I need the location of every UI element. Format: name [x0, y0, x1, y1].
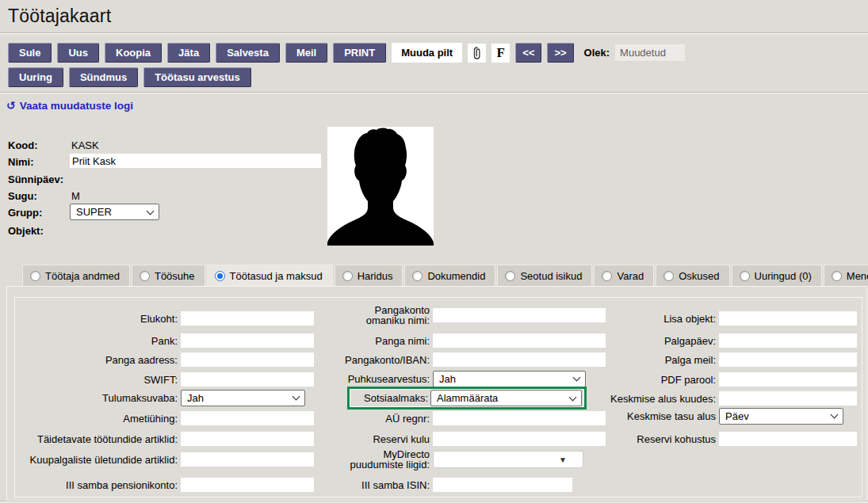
au-regnr-label: AÜ regnr: [277, 413, 430, 424]
font-icon: F [496, 45, 504, 61]
tab-label: Töötaja andmed [45, 270, 120, 282]
reservi-kulu-label: Reservi kulu [277, 434, 430, 444]
name-label: Nimi: [8, 156, 34, 168]
puhkusearvestus-label: Puhkusearvestus: [277, 374, 430, 384]
swift-label: SWIFT: [18, 375, 178, 385]
radio-icon [412, 271, 423, 281]
group-select[interactable]: SUPER [70, 204, 159, 220]
event-button[interactable]: Sündmus [69, 67, 138, 87]
birthday-label: Sünnipäev: [8, 173, 63, 185]
pank-label: Pank: [18, 336, 178, 346]
tab-oskused[interactable]: Oskused [656, 265, 729, 287]
employee-photo[interactable] [327, 127, 434, 246]
close-button[interactable]: Sule [8, 43, 52, 63]
lisa-objekt-label: Lisa objekt: [491, 314, 716, 324]
puhkusearvestus-select-value: Jah [439, 373, 456, 385]
new-button[interactable]: Uus [57, 43, 99, 63]
tab-haridus[interactable]: Haridus [335, 265, 403, 287]
tulumaksuvaba-select[interactable]: Jah [181, 390, 305, 406]
name-input[interactable] [70, 154, 321, 168]
keskmise-alus-kuudes-input[interactable] [719, 391, 857, 406]
payroll-fieldset: Elukoht: Pank: Panga aadress: SWIFT: Tul… [14, 297, 862, 497]
triangle-down-icon: ▼ [559, 455, 567, 464]
save-button[interactable]: Salvesta [216, 43, 280, 63]
radio-icon [140, 271, 150, 281]
radio-icon [602, 271, 612, 281]
view-change-log-label: Vaata muudatuste logi [20, 100, 133, 112]
mydirecto-puudumiste-liigid-dropdown[interactable]: ▼ [433, 451, 583, 468]
payroll-calculation-button[interactable]: Töötasu arvestus [143, 67, 251, 87]
divider [0, 32, 868, 34]
iii-samba-isin-input[interactable] [433, 478, 572, 492]
radio-selected-icon [215, 271, 225, 281]
tulumaksuvaba-label: Tulumaksuvaba: [18, 393, 178, 403]
text-format-button[interactable]: F [491, 44, 510, 63]
code-label: Kood: [8, 139, 38, 151]
tab-varad[interactable]: Varad [594, 265, 654, 287]
lisa-objekt-input[interactable] [719, 311, 857, 326]
tab-toosuhe[interactable]: Töösuhe [132, 265, 205, 287]
tab-label: Töösuhe [155, 270, 195, 282]
pdf-parool-label: PDF parool: [491, 375, 716, 385]
keskmise-tasu-alus-select-value: Päev [725, 410, 749, 422]
next-record-button[interactable]: >> [547, 43, 573, 63]
toolbar-row-2: Uuring Sündmus Töötasu arvestus [8, 67, 251, 87]
object-label: Objekt: [8, 225, 44, 237]
history-icon: ↺ [6, 99, 16, 112]
sotsiaalmaks-label: Sotsiaalmaks: [350, 393, 428, 403]
keskmise-tasu-alus-select[interactable]: Päev [719, 408, 843, 425]
tab-tootasud-ja-maksud[interactable]: Töötasud ja maksud [207, 265, 333, 287]
palgapaev-label: Palgapäev: [491, 336, 716, 346]
change-picture-button[interactable]: Muuda pilt [392, 43, 462, 63]
kuupalgaliste-uletundide-artiklid-label: Kuupalgaliste ületundide artiklid: [18, 455, 178, 465]
mail-button[interactable]: Meil [285, 43, 327, 63]
pangakonto-iban-label: Pangakonto/IBAN: [277, 355, 430, 365]
pdf-parool-input[interactable] [719, 372, 857, 387]
radio-icon [342, 271, 353, 281]
iii-samba-pensionikonto-label: III samba pensionikonto: [18, 480, 178, 490]
tab-label: Uuringud (0) [755, 270, 812, 282]
tab-menetlus[interactable]: Mene [824, 265, 868, 287]
chevron-down-icon [147, 207, 155, 215]
palga-meil-input[interactable] [719, 352, 857, 367]
tab-dokumendid[interactable]: Dokumendid [404, 265, 495, 287]
status-label: Olek: [584, 47, 610, 59]
tab-label: Seotud isikud [520, 270, 582, 282]
silhouette-image [327, 127, 434, 246]
tab-label: Dokumendid [427, 270, 485, 282]
tab-bar: Töötaja andmed Töösuhe Töötasud ja maksu… [22, 265, 868, 287]
attachment-button[interactable] [468, 44, 486, 63]
survey-button[interactable]: Uuring [8, 67, 63, 87]
divider [0, 92, 868, 93]
view-change-log-link[interactable]: ↺ Vaata muudatuste logi [6, 99, 133, 112]
chevron-down-icon [293, 393, 300, 401]
mydirecto-puudumiste-liigid-label: MyDirecto puudumiste liigid: [277, 449, 430, 470]
tab-seotud-isikud[interactable]: Seotud isikud [497, 265, 592, 287]
group-select-value: SUPER [76, 206, 112, 218]
tab-label: Mene [847, 270, 868, 282]
discard-button[interactable]: Jäta [167, 43, 210, 63]
radio-icon [740, 271, 750, 281]
palgapaev-input[interactable] [719, 333, 857, 348]
tab-tootaja-andmed[interactable]: Töötaja andmed [22, 265, 130, 287]
radio-icon [505, 271, 515, 281]
sotsiaalmaks-select-value: Alammäärata [437, 392, 498, 404]
keskmise-alus-kuudes-label: Keskmise alus kuudes: [491, 394, 716, 404]
tab-label: Töötasud ja maksud [230, 270, 323, 282]
copy-button[interactable]: Koopia [105, 43, 162, 63]
pangakonto-omaniku-nimi-label: Pangakonto omaniku nimi: [277, 305, 430, 326]
paperclip-icon [472, 46, 482, 60]
group-label: Grupp: [8, 207, 42, 219]
toolbar-row-1: Sule Uus Koopia Jäta Salvesta Meil PRINT… [8, 43, 685, 63]
page-title: Töötajakaart [8, 6, 111, 27]
radio-icon [30, 271, 40, 281]
keskmise-tasu-alus-label: Keskmise tasu alus [491, 411, 716, 421]
print-button[interactable]: PRINT [333, 43, 386, 63]
previous-record-button[interactable]: << [515, 43, 541, 63]
divider [0, 501, 868, 502]
tab-label: Haridus [358, 270, 393, 282]
gender-label: Sugu: [8, 190, 37, 202]
reservi-kohustus-input[interactable] [719, 432, 857, 446]
tab-uuringud[interactable]: Uuringud (0) [732, 265, 822, 287]
palga-meil-label: Palga meil: [491, 355, 716, 365]
